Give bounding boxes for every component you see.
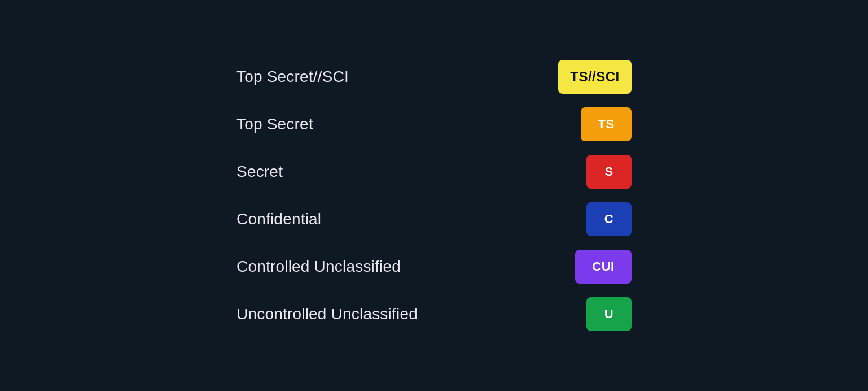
classification-row-u: Uncontrolled UnclassifiedU	[236, 290, 632, 338]
classification-badge-ts-sci: TS//SCI	[558, 60, 632, 94]
classification-label-c: Confidential	[236, 210, 321, 228]
classification-badge-c: C	[586, 202, 632, 236]
classification-list: Top Secret//SCITS//SCITop SecretTSSecret…	[236, 53, 632, 338]
classification-badge-u: U	[586, 297, 632, 331]
classification-label-ts: Top Secret	[236, 115, 313, 133]
classification-label-u: Uncontrolled Unclassified	[236, 305, 418, 323]
classification-badge-ts: TS	[581, 107, 632, 141]
classification-badge-s: S	[586, 155, 632, 189]
classification-label-s: Secret	[236, 163, 283, 181]
classification-row-c: ConfidentialC	[236, 196, 632, 243]
classification-label-ts-sci: Top Secret//SCI	[236, 68, 349, 86]
classification-label-cui: Controlled Unclassified	[236, 258, 401, 276]
classification-badge-cui: CUI	[575, 250, 632, 284]
classification-row-s: SecretS	[236, 148, 632, 196]
classification-row-ts-sci: Top Secret//SCITS//SCI	[236, 53, 632, 101]
classification-row-cui: Controlled UnclassifiedCUI	[236, 243, 632, 290]
classification-row-ts: Top SecretTS	[236, 101, 632, 148]
